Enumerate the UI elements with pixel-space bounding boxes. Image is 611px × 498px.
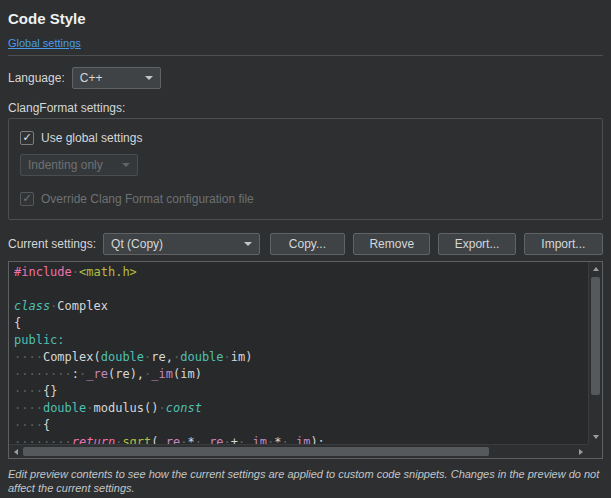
current-settings-label: Current settings: (8, 237, 96, 251)
override-clang-format-label: Override Clang Format configuration file (41, 192, 254, 206)
vertical-scrollbar-thumb[interactable] (591, 277, 600, 395)
scroll-down-button[interactable] (589, 430, 603, 444)
footer-hint: Edit preview contents to see how the cur… (8, 468, 603, 495)
code-style-settings-pane: Code Style Global settings Language: C++… (0, 0, 611, 498)
code-editor-content[interactable]: #include·<math.h> class·Complex{public:·… (9, 262, 588, 444)
code-line: { (14, 315, 588, 332)
language-row: Language: C++ (8, 67, 603, 89)
language-select[interactable]: C++ (72, 67, 161, 89)
chevron-down-icon (244, 242, 252, 246)
current-settings-select[interactable]: Qt (Copy) (103, 233, 260, 255)
vertical-scrollbar[interactable] (588, 262, 602, 444)
arrow-down-icon (593, 435, 599, 439)
code-line: ········return·sqrt(_re·*·_re·+·_im·*·_i… (14, 434, 588, 444)
scroll-left-button[interactable] (9, 445, 23, 459)
language-label: Language: (8, 71, 65, 85)
scroll-right-button[interactable] (574, 445, 588, 459)
code-line: ········:·_re(re),·_im(im) (14, 366, 588, 383)
scrollbar-corner (588, 444, 602, 458)
clangformat-mode-select[interactable]: Indenting only (20, 154, 138, 176)
language-select-value: C++ (80, 71, 103, 85)
divider (8, 55, 603, 56)
code-line: ····Complex(double·re,·double·im) (14, 349, 588, 366)
checkbox: ✓ (20, 192, 34, 206)
scroll-up-button[interactable] (589, 262, 603, 276)
export-button[interactable]: Export... (438, 233, 515, 255)
remove-button[interactable]: Remove (353, 233, 430, 255)
checkbox: ✓ (20, 131, 34, 145)
override-clang-format-checkbox[interactable]: ✓ Override Clang Format configuration fi… (20, 191, 591, 206)
code-line: class·Complex (14, 298, 588, 315)
horizontal-scrollbar[interactable] (9, 444, 588, 458)
clangformat-section-label: ClangFormat settings: (8, 101, 603, 115)
code-line: ····{ (14, 417, 588, 434)
use-global-settings-label: Use global settings (41, 131, 142, 145)
current-settings-value: Qt (Copy) (111, 237, 163, 251)
chevron-down-icon (122, 163, 130, 167)
use-global-settings-checkbox[interactable]: ✓ Use global settings (20, 130, 591, 145)
import-button[interactable]: Import... (524, 233, 603, 255)
code-line: ····{} (14, 383, 588, 400)
clangformat-mode-row: Indenting only (20, 154, 591, 176)
arrow-right-icon (579, 449, 583, 455)
arrow-up-icon (593, 267, 599, 271)
code-line: ····double·modulus()·const (14, 400, 588, 417)
horizontal-scrollbar-thumb[interactable] (23, 447, 489, 456)
clangformat-mode-value: Indenting only (28, 158, 103, 172)
checkmark-icon: ✓ (22, 193, 31, 204)
code-line: #include·<math.h> (14, 264, 588, 281)
global-settings-link[interactable]: Global settings (8, 37, 81, 50)
copy-button[interactable]: Copy... (270, 233, 345, 255)
code-preview-editor[interactable]: #include·<math.h> class·Complex{public:·… (8, 261, 603, 459)
page-title: Code Style (8, 10, 603, 28)
clangformat-group: ✓ Use global settings Indenting only ✓ O… (8, 118, 603, 220)
checkmark-icon: ✓ (22, 132, 31, 143)
current-settings-row: Current settings: Qt (Copy) Copy... Remo… (8, 233, 603, 255)
code-line (14, 281, 588, 298)
code-line: public: (14, 332, 588, 349)
arrow-left-icon (14, 449, 18, 455)
chevron-down-icon (145, 76, 153, 80)
